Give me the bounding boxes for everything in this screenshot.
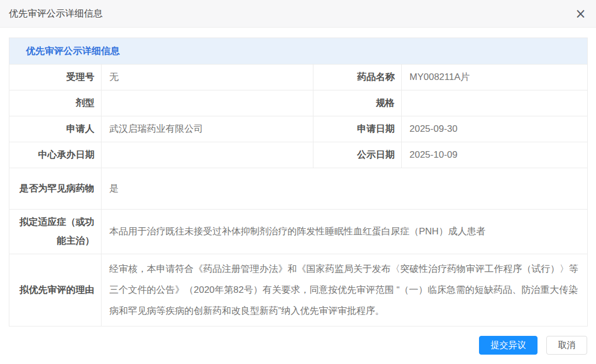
field-label: 申请人 <box>9 116 102 142</box>
field-value: 无 <box>102 65 313 90</box>
priority-review-detail-dialog: 优先审评公示详细信息 × 优先审评公示详细信息 受理号 无 药品名称 MY008… <box>0 0 596 364</box>
field-value: 武汉启瑞药业有限公司 <box>102 116 313 142</box>
field-label: 受理号 <box>9 65 102 90</box>
table-row: 拟优先审评的理由 经审核，本申请符合《药品注册管理办法》和《国家药监局关于发布〈… <box>9 254 588 326</box>
field-value: 是 <box>102 168 588 210</box>
field-value: 2025-09-30 <box>402 116 588 142</box>
field-value <box>402 90 588 116</box>
field-label: 申请日期 <box>313 116 402 142</box>
field-label: 规格 <box>313 90 402 116</box>
table-row: 中心承办日期 公示日期 2025-10-09 <box>9 142 588 168</box>
table-row: 是否为罕见病药物 是 <box>9 168 588 210</box>
field-value: 本品用于治疗既往未接受过补体抑制剂治疗的阵发性睡眠性血红蛋白尿症（PNH）成人患… <box>102 210 588 254</box>
table-row: 申请人 武汉启瑞药业有限公司 申请日期 2025-09-30 <box>9 116 588 142</box>
field-value: 经审核，本申请符合《药品注册管理办法》和《国家药监局关于发布〈突破性治疗药物审评… <box>102 254 588 326</box>
field-label: 剂型 <box>9 90 102 116</box>
dialog-header: 优先审评公示详细信息 × <box>0 0 596 28</box>
cancel-button[interactable]: 取消 <box>546 336 587 355</box>
table-header-title: 优先审评公示详细信息 <box>9 38 588 65</box>
field-label: 拟定适应症（或功能主治） <box>9 210 102 254</box>
table-row: 受理号 无 药品名称 MY008211A片 <box>9 65 588 90</box>
field-label: 药品名称 <box>313 65 402 90</box>
field-value <box>102 90 313 116</box>
submit-objection-button[interactable]: 提交异议 <box>479 336 538 355</box>
field-value: 2025-10-09 <box>402 142 588 168</box>
field-label: 中心承办日期 <box>9 142 102 168</box>
dialog-title: 优先审评公示详细信息 <box>9 7 103 20</box>
field-label: 拟优先审评的理由 <box>9 254 102 326</box>
field-label: 是否为罕见病药物 <box>9 168 102 210</box>
table-row: 拟定适应症（或功能主治） 本品用于治疗既往未接受过补体抑制剂治疗的阵发性睡眠性血… <box>9 210 588 254</box>
field-value <box>102 142 313 168</box>
table-row: 剂型 规格 <box>9 90 588 116</box>
close-icon[interactable]: × <box>573 6 588 22</box>
dialog-footer: 提交异议 取消 <box>479 336 587 355</box>
field-label: 公示日期 <box>313 142 402 168</box>
field-value: MY008211A片 <box>402 65 588 90</box>
table-header-row: 优先审评公示详细信息 <box>9 38 588 65</box>
detail-table: 优先审评公示详细信息 受理号 无 药品名称 MY008211A片 剂型 规格 申… <box>9 38 588 326</box>
